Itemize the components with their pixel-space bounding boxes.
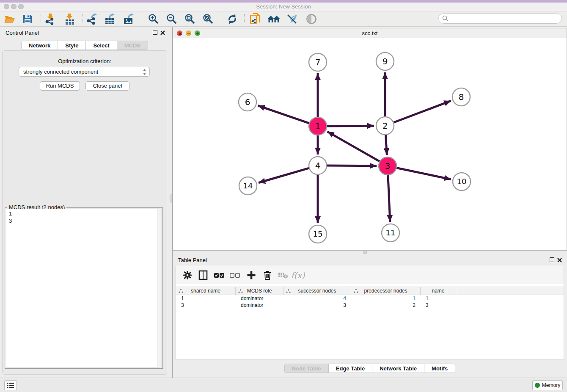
task-history-button[interactable] <box>4 380 17 390</box>
graph-edge-4-14[interactable] <box>259 168 310 182</box>
table-float-panel-icon[interactable] <box>550 257 554 262</box>
main-area: Control Panel NetworkStyleSelectMCDS Opt… <box>0 27 567 378</box>
export-network-icon[interactable] <box>85 13 99 25</box>
network-graph[interactable]: 1234678910111415 <box>173 39 567 250</box>
application-window: Session: New Session <box>0 0 567 392</box>
graph-node-label: 15 <box>313 229 323 238</box>
result-scrollbar[interactable] <box>157 209 161 367</box>
graph-edge-1-2[interactable] <box>326 126 374 126</box>
criterion-select[interactable]: strongly connected component <box>19 67 150 77</box>
optimization-criterion-label: Optimization criterion: <box>3 58 167 64</box>
graph-node-8[interactable]: 8 <box>452 88 470 106</box>
graph-edge-3-11[interactable] <box>388 174 390 222</box>
graph-node-label: 4 <box>315 160 321 171</box>
table-row[interactable]: 3dominator323 <box>176 302 564 309</box>
tab-node-table[interactable]: Node Table <box>284 364 329 373</box>
table-header-row: shared nameMCDS rolesuccessor nodesprede… <box>176 287 564 295</box>
toolbar-separator <box>244 14 245 24</box>
table-cell: 4 <box>284 295 351 302</box>
graph-node-10[interactable]: 10 <box>453 173 471 190</box>
zoom-fit-content-icon[interactable] <box>183 13 197 25</box>
unselect-all-columns-icon[interactable] <box>228 269 242 282</box>
graph-edge-2-8[interactable] <box>393 101 451 123</box>
memory-status-icon <box>535 383 540 388</box>
graph-edge-3-10[interactable] <box>396 168 451 179</box>
delete-columns-icon[interactable] <box>261 269 274 282</box>
select-all-columns-icon[interactable] <box>212 269 226 282</box>
graph-node-7[interactable]: 7 <box>309 53 327 71</box>
graph-edge-4-3[interactable] <box>326 166 377 166</box>
column-panel-icon[interactable] <box>196 269 210 282</box>
close-panel-button[interactable]: Close panel <box>85 81 129 91</box>
zoom-out-icon[interactable] <box>165 13 179 25</box>
table-settings-icon[interactable] <box>181 269 194 282</box>
network-window-titlebar[interactable]: scc.txt <box>173 28 567 38</box>
tab-mcds[interactable]: MCDS <box>117 41 148 50</box>
tab-edge-table[interactable]: Edge Table <box>329 364 372 373</box>
network-canvas[interactable]: 1234678910111415 <box>173 39 567 250</box>
column-header-successor-nodes[interactable]: successor nodes <box>284 287 351 295</box>
close-panel-icon[interactable] <box>160 30 165 35</box>
control-panel-header: Control Panel <box>0 27 169 39</box>
graph-node-4[interactable]: 4 <box>309 157 327 174</box>
import-table-icon[interactable] <box>63 13 77 25</box>
graph-node-14[interactable]: 14 <box>239 177 257 195</box>
mcds-result-textarea[interactable]: 13 <box>6 209 161 367</box>
refresh-icon[interactable] <box>225 13 239 25</box>
graph-node-9[interactable]: 9 <box>376 52 394 70</box>
home-icon[interactable] <box>267 13 281 25</box>
search-input[interactable] <box>450 14 561 23</box>
table-close-panel-icon[interactable] <box>557 257 562 262</box>
zoom-selected-icon[interactable] <box>201 13 215 25</box>
toolbar-separator <box>83 14 83 24</box>
graph-node-label: 9 <box>383 56 388 66</box>
graph-node-2[interactable]: 2 <box>376 117 394 135</box>
export-table-icon[interactable] <box>103 13 118 25</box>
table-splitter-grip[interactable] <box>363 251 367 254</box>
result-line: 1 <box>9 210 154 217</box>
graph-node-3[interactable]: 3 <box>379 157 396 175</box>
graph-node-label: 10 <box>457 177 467 186</box>
birds-eye-view-icon[interactable] <box>304 13 319 25</box>
column-header-predecessor-nodes[interactable]: predecessor nodes <box>351 287 421 295</box>
float-panel-icon[interactable] <box>153 30 157 35</box>
tab-select[interactable]: Select <box>86 41 117 50</box>
open-network-files-icon[interactable] <box>248 13 263 25</box>
show-graphics-details-icon[interactable] <box>285 13 300 25</box>
window-titlebar: Session: New Session <box>0 3 567 11</box>
export-image-icon[interactable] <box>122 13 136 25</box>
panel-splitter[interactable] <box>169 27 173 378</box>
graph-edge-2-3[interactable] <box>385 134 387 155</box>
open-session-icon[interactable] <box>3 13 17 25</box>
graph-node-label: 1 <box>315 121 321 131</box>
column-header-MCDS-role[interactable]: MCDS role <box>236 287 284 295</box>
main-toolbar <box>0 11 567 27</box>
run-mcds-button[interactable]: Run MCDS <box>40 81 80 91</box>
tab-network-table[interactable]: Network Table <box>372 364 424 373</box>
save-session-icon[interactable] <box>20 13 35 25</box>
graph-edge-3-1[interactable] <box>328 132 381 162</box>
memory-button[interactable]: Memory <box>532 380 563 390</box>
import-network-icon[interactable] <box>43 13 58 25</box>
graph-node-11[interactable]: 11 <box>382 224 399 242</box>
function-builder-icon[interactable]: f(x) <box>291 269 305 282</box>
table-row[interactable]: 1dominator411 <box>176 295 564 302</box>
graph-edge-1-6[interactable] <box>258 105 310 123</box>
table-toolbar: f(x) <box>176 266 564 284</box>
zoom-in-icon[interactable] <box>146 13 161 25</box>
tab-style[interactable]: Style <box>58 41 86 50</box>
graph-node-1[interactable]: 1 <box>309 117 327 135</box>
delete-table-icon[interactable] <box>276 269 290 282</box>
graph-node-15[interactable]: 15 <box>309 225 327 243</box>
graph-node-6[interactable]: 6 <box>239 93 256 111</box>
tab-motifs[interactable]: Motifs <box>424 364 455 373</box>
tab-network[interactable]: Network <box>21 41 58 50</box>
column-header-shared-name[interactable]: shared name <box>176 287 236 295</box>
table-panel: Table Panel <box>173 254 567 378</box>
workspace: scc.txt 1234678910111415 Table Panel <box>173 27 567 378</box>
table-cell: dominator <box>236 295 284 302</box>
splitter-grip[interactable] <box>170 194 172 203</box>
column-header-name[interactable]: name <box>421 287 456 295</box>
add-column-icon[interactable] <box>245 269 258 282</box>
graph-node-label: 6 <box>245 97 250 107</box>
